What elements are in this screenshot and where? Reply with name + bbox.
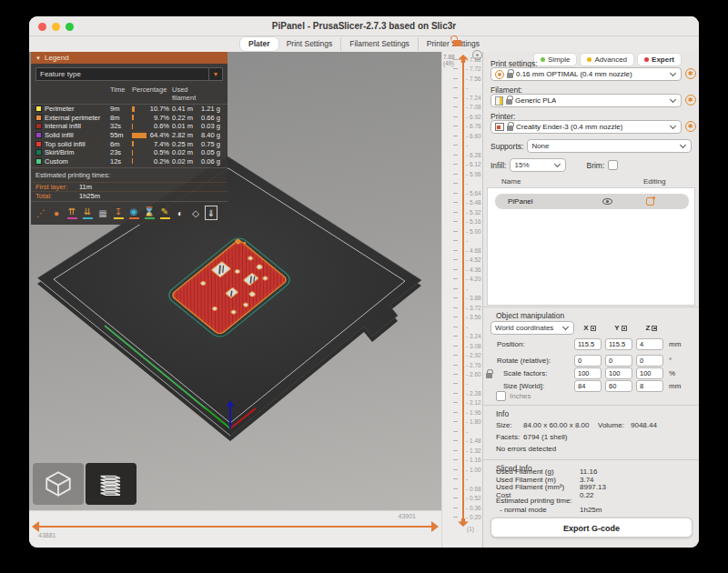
volume-label: Volume: — [598, 421, 624, 429]
3d-viewport[interactable]: ▼Legend Feature type ▼ Time Percentage U… — [29, 52, 441, 510]
zoom-window-button[interactable] — [66, 23, 74, 31]
object-manipulation-title: Object manipulation — [483, 308, 564, 320]
scale-y-input[interactable] — [605, 367, 632, 379]
rotate-y-input[interactable] — [605, 355, 632, 367]
filament-select[interactable]: Generic PLA — [490, 94, 682, 107]
edit-filament-button[interactable]: ✱ — [685, 95, 696, 106]
rotate-z-input[interactable] — [636, 355, 663, 367]
mode-button-expert[interactable]: Expert — [638, 54, 681, 65]
lock-icon — [506, 99, 512, 105]
scale-x-input[interactable] — [574, 367, 602, 379]
shells-icon[interactable]: ◇ — [189, 206, 202, 220]
close-window-button[interactable] — [38, 23, 46, 31]
layer-slider-bottom-label: (1) — [467, 526, 474, 532]
layer-tick-label: - 4.20 — [466, 276, 481, 282]
print-settings-select[interactable]: ✱ 0.16 mm OPTIMAL (0.4 mm nozzle) — [490, 67, 682, 81]
size-z-input[interactable] — [636, 380, 663, 392]
preview-sliced-view-button[interactable] — [86, 463, 136, 505]
layer-tick-label: - 3.88 — [466, 295, 481, 301]
rotate-label: Rotate (relative): — [497, 357, 551, 365]
legend-row: Skirt/Brim23s0.5%0.02 m0.05 g — [31, 148, 228, 157]
mode-button-advanced[interactable]: Advanced — [581, 54, 633, 65]
rotate-x-input[interactable] — [574, 355, 602, 367]
inches-checkbox[interactable] — [496, 391, 506, 401]
size-y-input[interactable] — [605, 380, 632, 392]
layer-tick-label: - 6.28 — [466, 152, 481, 158]
scale-uniform-lock-icon[interactable] — [486, 373, 492, 378]
brim-checkbox[interactable] — [608, 160, 618, 170]
object-editing-icon[interactable] — [646, 197, 654, 206]
object-list[interactable]: PiPanel — [487, 187, 695, 306]
normal-mode-value: 1h25m — [580, 506, 602, 514]
drag-handle-icon[interactable] — [652, 326, 657, 331]
print-settings-value: 0.16 mm OPTIMAL (0.4 mm nozzle) — [516, 70, 632, 78]
feature-weight: 8.40 g — [201, 131, 227, 139]
object-row-pipanel[interactable]: PiPanel — [495, 194, 689, 209]
edit-printer-button[interactable]: ✱ — [685, 121, 696, 132]
legend-row: Top solid infill6m7.4%0.25 m0.75 g — [31, 139, 228, 148]
retractions-icon[interactable]: ⇈ — [66, 206, 78, 220]
eye-visibility-icon[interactable] — [602, 198, 612, 205]
percentage-bar — [132, 150, 147, 156]
edit-print-settings-button[interactable]: ✱ — [685, 68, 696, 79]
scale-label: Scale factors: — [503, 369, 547, 377]
infill-select[interactable]: 15% — [510, 158, 566, 172]
mode-button-simple[interactable]: Simple — [534, 54, 576, 65]
move-slider-max-thumb[interactable] — [431, 521, 439, 532]
feature-percentage: 7.4% — [147, 140, 172, 148]
minimize-window-button[interactable] — [52, 23, 60, 31]
coordinate-system-select[interactable]: World coordinates — [490, 321, 574, 335]
axis-header-x: X — [574, 324, 605, 332]
layer-tick-label: - 4.68 — [466, 247, 481, 254]
layer-tick-label: - 5.32 — [466, 209, 481, 216]
layer-tick-label: - — [466, 286, 468, 292]
drag-handle-icon[interactable] — [591, 326, 596, 331]
color-changes-icon[interactable]: ↧ — [112, 206, 125, 220]
position-x-input[interactable] — [574, 338, 602, 350]
tab-plater[interactable]: Plater — [240, 37, 278, 51]
pause-prints-icon[interactable]: ⌛ — [143, 206, 156, 220]
slider-settings-gear-icon[interactable] — [472, 50, 482, 60]
layer-slider-column[interactable]: 7.88(49) - 7.88- 7.72- 7.56-- 7.24- 7.08… — [441, 52, 482, 548]
custom-gcode-icon[interactable]: ✎ — [158, 206, 171, 220]
dropdown-arrow-icon: ▼ — [208, 68, 222, 80]
legend-pin-icon[interactable]: ⇓ — [205, 206, 217, 220]
advanced-mode-dot-icon — [587, 57, 592, 62]
layer-tick-label: - 1.00 — [466, 467, 481, 473]
chevron-down-icon — [670, 69, 676, 75]
chevron-down-icon — [670, 96, 676, 102]
supports-select[interactable]: None — [527, 139, 692, 153]
feature-length: 0.41 m — [172, 105, 201, 113]
position-z-input[interactable] — [636, 338, 663, 350]
feature-time: 6m — [110, 140, 132, 148]
first-layer-time: First layer:11m — [31, 182, 228, 191]
rotate-unit: ° — [669, 357, 672, 365]
drag-handle-icon[interactable] — [622, 326, 627, 331]
feature-weight: 0.75 g — [201, 140, 227, 148]
center-of-gravity-icon[interactable]: ◐ — [174, 206, 187, 220]
feature-time: 12s — [110, 157, 132, 166]
legend-collapse-header[interactable]: ▼Legend — [31, 52, 228, 64]
scale-z-input[interactable] — [636, 367, 663, 379]
printer-select[interactable]: Creality Ender-3 (0.4 mm nozzle) — [490, 120, 682, 134]
deretractions-icon[interactable]: ⇊ — [81, 206, 94, 220]
size-unit: mm — [669, 382, 681, 390]
move-slider-max-label: 43901 — [399, 513, 416, 519]
gcode-move-slider[interactable]: 43901 43881 — [29, 510, 441, 548]
unlocked-padlock-icon[interactable] — [453, 40, 461, 46]
view-type-dropdown[interactable]: Feature type ▼ — [35, 67, 223, 81]
size-x-input[interactable] — [574, 380, 602, 392]
tab-print-settings[interactable]: Print Settings — [278, 37, 341, 51]
position-y-input[interactable] — [605, 338, 632, 350]
filament-colors-icon[interactable]: ◉ — [127, 206, 140, 220]
seams-icon[interactable]: ▦ — [96, 206, 109, 220]
tab-filament-settings[interactable]: Filament Settings — [340, 37, 418, 51]
layer-slider-track[interactable] — [462, 60, 464, 522]
move-slider-track[interactable] — [38, 526, 432, 528]
export-gcode-button[interactable]: Export G-code — [490, 518, 693, 538]
travel-moves-icon[interactable]: ⋰ — [35, 206, 47, 220]
supports-value: None — [531, 142, 549, 150]
sliced-value: 0.22 — [580, 491, 594, 499]
wipe-icon[interactable]: ● — [50, 206, 63, 220]
3d-editor-view-button[interactable] — [33, 463, 84, 505]
